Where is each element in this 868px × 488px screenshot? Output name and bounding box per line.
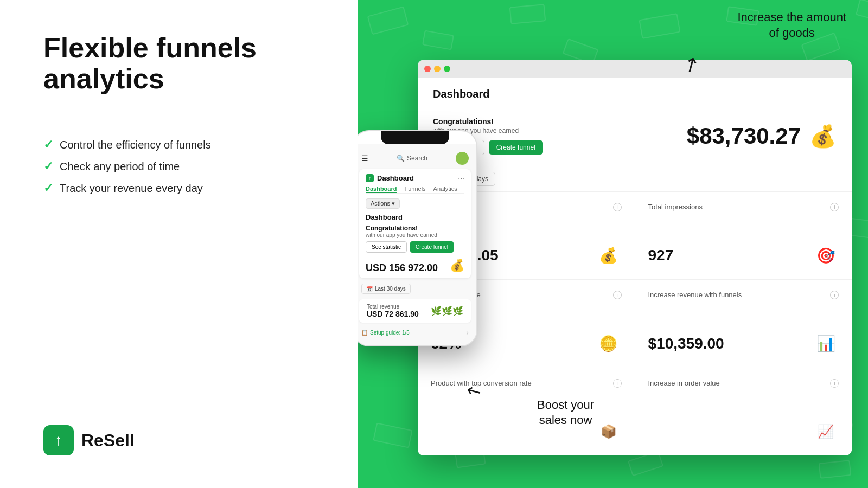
- metric-info-icon[interactable]: i: [830, 379, 839, 388]
- feature-list: ✓ Control the efficiency of funnels ✓ Ch…: [43, 138, 326, 195]
- phone-setup-text: Setup guide: 1/5: [370, 330, 410, 336]
- logo-section: ↑ ReSell: [43, 425, 326, 455]
- user-avatar[interactable]: [456, 152, 469, 165]
- feature-item: ✓ Track your revenue every day: [43, 181, 326, 195]
- feature-item: ✓ Check any period of time: [43, 159, 326, 174]
- phone-congrats: Congratulations! with our app you have e…: [366, 224, 464, 253]
- phone-setup-guide: 📋 Setup guide: 1/5 ›: [358, 325, 476, 340]
- phone-congrats-title: Congratulations!: [366, 224, 464, 232]
- check-icon: ✓: [43, 181, 53, 195]
- titlebar-close-dot: [424, 66, 431, 72]
- congrats-title: Congratulations!: [433, 117, 543, 126]
- phone-notch: [381, 131, 449, 144]
- dashboard-header-title: Dashboard: [418, 78, 852, 106]
- date-filter-bar: 📅 Last 30 days: [418, 166, 852, 192]
- phone-nav-funnels[interactable]: Funnels: [404, 185, 425, 193]
- congrats-right: $83,730.27 💰: [687, 123, 837, 149]
- phone-setup-chevron[interactable]: ›: [466, 328, 469, 337]
- search-label: Search: [407, 155, 427, 162]
- amount-display: $83,730.27: [687, 123, 801, 149]
- order-icon: 📈: [813, 419, 839, 445]
- phone-topbar: ☰ 🔍 Search: [358, 150, 476, 167]
- right-panel: Increase the amountof goods ↙ Dashboard …: [358, 0, 868, 488]
- up-logo-small: ↑: [366, 174, 374, 182]
- metric-card-top-conversion: Product with top conversion rate i 📦: [418, 368, 635, 455]
- phone-metric-value: USD 72 861.90: [367, 310, 419, 318]
- phone-dashboard-title: Dashboard: [377, 174, 414, 182]
- metric-info-icon[interactable]: i: [613, 291, 622, 299]
- annotation-top: Increase the amountof goods: [737, 10, 846, 41]
- phone-congrats-sub: with our app you have earned: [366, 232, 464, 238]
- create-funnel-button[interactable]: Create funnel: [489, 140, 543, 155]
- logo-re: Re: [81, 431, 104, 450]
- window-body: Dashboard Congratulations! with our app …: [418, 78, 852, 455]
- metric-info-icon[interactable]: i: [830, 203, 839, 211]
- hamburger-icon[interactable]: ☰: [361, 154, 368, 163]
- phone-nav-analytics[interactable]: Analytics: [433, 185, 457, 193]
- annotation-bottom-text: Boost yoursales now: [537, 398, 594, 427]
- coin-icon: 🪙: [596, 331, 622, 357]
- metric-value: 927: [648, 247, 674, 264]
- phone-metric-card: Total revenue USD 72 861.90 🌿🌿🌿: [359, 299, 471, 323]
- titlebar-maximize-dot: [444, 66, 450, 72]
- phone-money-icon: 💰: [450, 259, 464, 273]
- phone-amount: USD 156 972.00: [366, 262, 438, 274]
- check-icon: ✓: [43, 159, 53, 174]
- metric-info-icon[interactable]: i: [613, 203, 622, 211]
- metric-value: $10,359.00: [648, 335, 724, 352]
- more-options-icon[interactable]: ···: [458, 174, 464, 182]
- metric-label: Product with top conversion rate: [431, 379, 532, 387]
- phone-search[interactable]: 🔍 Search: [397, 155, 427, 162]
- product-icon: 📦: [596, 419, 622, 445]
- metric-card-increase-revenue: Increase revenue with funnels i $10,359.…: [635, 280, 852, 367]
- search-icon: 🔍: [397, 155, 405, 162]
- title-line2: analytics: [43, 63, 164, 94]
- title-line1: Flexible funnels: [43, 32, 257, 63]
- logo-box: ↑: [43, 425, 74, 455]
- metric-card-total-impressions: Total impressions i 927 🎯: [635, 192, 852, 279]
- mobile-phone: ☰ 🔍 Search ↑ Dashboard ··· Dashboard: [358, 130, 477, 346]
- logo-sell: Sell: [104, 431, 135, 450]
- main-title: Flexible funnels analytics: [43, 33, 326, 94]
- phone-nav-dashboard[interactable]: Dashboard: [366, 185, 397, 193]
- logo-icon: ↑: [55, 432, 62, 449]
- phone-inner-title: Dashboard: [366, 213, 464, 221]
- metric-label: Increase in order value: [648, 379, 720, 387]
- phone-see-statistic-button[interactable]: See statistic: [366, 241, 407, 253]
- congrats-section: Congratulations! with our app you have e…: [418, 106, 852, 166]
- phone-metric-dots-icon: 🌿🌿🌿: [431, 306, 463, 316]
- left-panel: Flexible funnels analytics ✓ Control the…: [0, 0, 358, 488]
- window-titlebar: [418, 60, 852, 78]
- target-icon: 🎯: [813, 242, 839, 268]
- phone-calendar-icon: 📅: [366, 286, 373, 292]
- chart-icon: 📊: [813, 331, 839, 357]
- logo-text: ReSell: [81, 431, 135, 451]
- metrics-grid: Total revenue i 13,235.05 💰 Total impres…: [418, 192, 852, 455]
- annotation-top-text: Increase the amountof goods: [737, 10, 846, 40]
- phone-date-label: Last 30 days: [375, 286, 406, 292]
- feature-item: ✓ Control the efficiency of funnels: [43, 138, 326, 152]
- titlebar-minimize-dot: [434, 66, 441, 72]
- metric-label: Increase revenue with funnels: [648, 291, 742, 299]
- annotation-bottom: Boost yoursales now: [537, 397, 594, 428]
- metric-info-icon[interactable]: i: [613, 379, 622, 388]
- phone-body: ☰ 🔍 Search ↑ Dashboard ··· Dashboard: [358, 144, 476, 345]
- check-icon: ✓: [43, 138, 53, 152]
- phone-metric-label: Total revenue: [367, 304, 419, 310]
- phone-setup-icon: 📋: [361, 330, 368, 336]
- feature-text: Control the efficiency of funnels: [60, 139, 211, 151]
- phone-actions-button[interactable]: Actions ▾: [366, 198, 400, 209]
- feature-text: Track your revenue every day: [60, 182, 203, 195]
- phone-date-filter[interactable]: 📅 Last 30 days: [361, 284, 411, 294]
- phone-create-funnel-button[interactable]: Create funnel: [410, 241, 454, 253]
- phone-nav: Dashboard Funnels Analytics: [366, 185, 464, 194]
- money-bags-icon: 💰: [809, 124, 837, 149]
- metric-info-icon[interactable]: i: [830, 291, 839, 299]
- phone-dashboard-section: ↑ Dashboard ··· Dashboard Funnels Analyt…: [359, 169, 471, 278]
- money-icon: 💰: [596, 242, 622, 268]
- feature-text: Check any period of time: [60, 160, 180, 173]
- metric-card-order-value: Increase in order value i 📈: [635, 368, 852, 455]
- metric-label: Total impressions: [648, 203, 703, 211]
